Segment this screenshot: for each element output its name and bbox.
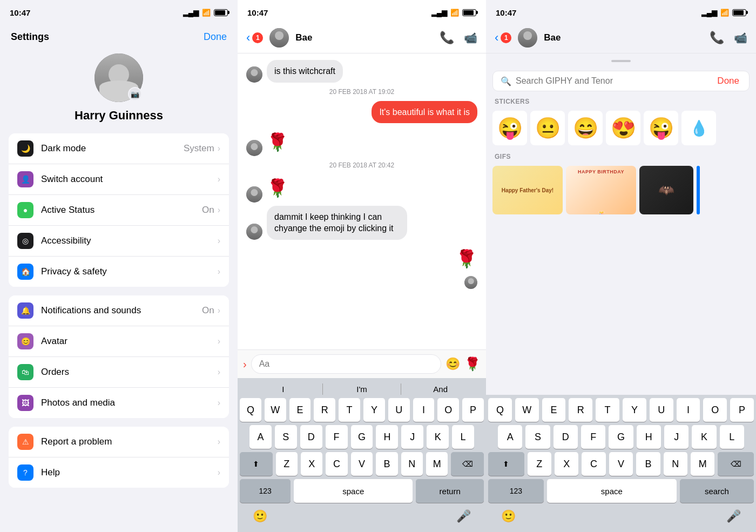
key-shift[interactable]: ⬆ (240, 452, 273, 476)
mic-icon[interactable]: 🎤 (456, 509, 471, 523)
giphy-key-r[interactable]: R (569, 398, 592, 422)
giphy-key-l[interactable]: L (720, 425, 744, 449)
giphy-mic-icon[interactable]: 🎤 (726, 509, 741, 523)
settings-item-active-status[interactable]: ● Active Status On › (9, 195, 229, 226)
message-input[interactable] (251, 354, 441, 374)
giphy-key-123[interactable]: 123 (488, 479, 544, 503)
key-e[interactable]: E (289, 398, 311, 422)
phone-icon[interactable]: 📞 (440, 31, 454, 45)
gif-thumb-2[interactable]: HAPPY BIRTHDAY 🎂 50 (566, 166, 636, 214)
giphy-key-b[interactable]: B (636, 452, 660, 476)
giphy-key-j[interactable]: J (664, 425, 688, 449)
settings-item-photos-media[interactable]: 🖼 Photos and media › (9, 388, 229, 418)
key-d[interactable]: D (300, 425, 322, 449)
settings-item-orders[interactable]: 🛍 Orders › (9, 357, 229, 388)
settings-item-privacy-safety[interactable]: 🏠 Privacy & safety › (9, 257, 229, 287)
key-u[interactable]: U (388, 398, 410, 422)
giphy-key-h[interactable]: H (637, 425, 661, 449)
avatar-container[interactable]: 📷 (94, 53, 143, 102)
giphy-key-k[interactable]: K (692, 425, 716, 449)
giphy-key-t[interactable]: T (596, 398, 619, 422)
gif-thumb-3[interactable]: 🦇 (639, 166, 693, 214)
settings-item-notifications[interactable]: 🔔 Notifications and sounds On › (9, 295, 229, 326)
key-space[interactable]: space (294, 479, 413, 503)
emoji-keyboard-icon[interactable]: 🙂 (253, 509, 267, 523)
giphy-key-a[interactable]: A (498, 425, 522, 449)
key-l[interactable]: L (452, 425, 474, 449)
key-t[interactable]: T (339, 398, 360, 422)
settings-item-dark-mode[interactable]: 🌙 Dark mode System › (9, 133, 229, 164)
key-123[interactable]: 123 (240, 479, 291, 503)
giphy-key-o[interactable]: O (703, 398, 727, 422)
settings-item-avatar[interactable]: 😊 Avatar › (9, 326, 229, 357)
giphy-key-n[interactable]: N (664, 452, 687, 476)
giphy-key-m[interactable]: M (691, 452, 714, 476)
giphy-key-search[interactable]: search (680, 479, 754, 503)
key-n[interactable]: N (401, 452, 423, 476)
autocomplete-word-1[interactable]: I (244, 383, 323, 395)
settings-item-help[interactable]: ? Help › (9, 457, 229, 488)
giphy-key-c[interactable]: C (582, 452, 605, 476)
camera-badge[interactable]: 📷 (128, 87, 142, 101)
giphy-key-u[interactable]: U (650, 398, 673, 422)
autocomplete-word-2[interactable]: I'm (323, 383, 402, 395)
key-y[interactable]: Y (363, 398, 385, 422)
key-return[interactable]: return (416, 479, 484, 503)
done-button[interactable]: Done (204, 31, 227, 43)
giphy-key-s[interactable]: S (525, 425, 550, 449)
key-i[interactable]: I (413, 398, 435, 422)
giphy-key-i[interactable]: I (677, 398, 700, 422)
key-backspace[interactable]: ⌫ (451, 452, 484, 476)
sticker-2[interactable]: 😐 (530, 111, 565, 145)
giphy-key-z[interactable]: Z (528, 452, 551, 476)
giphy-back-button[interactable]: ‹ (495, 31, 498, 45)
giphy-key-x[interactable]: X (555, 452, 578, 476)
key-g[interactable]: G (351, 425, 373, 449)
sticker-6[interactable]: 💧 (681, 111, 716, 145)
key-v[interactable]: V (351, 452, 373, 476)
key-j[interactable]: J (401, 425, 423, 449)
settings-item-switch-account[interactable]: 👤 Switch account › (9, 164, 229, 195)
giphy-key-v[interactable]: V (609, 452, 633, 476)
giphy-key-shift[interactable]: ⬆ (488, 452, 524, 476)
emoji-picker-button[interactable]: 😊 (446, 357, 460, 371)
settings-item-accessibility[interactable]: ◎ Accessibility › (9, 226, 229, 257)
key-x[interactable]: X (301, 452, 322, 476)
key-p[interactable]: P (462, 398, 484, 422)
giphy-key-f[interactable]: F (581, 425, 605, 449)
key-w[interactable]: W (265, 398, 286, 422)
video-icon[interactable]: 📹 (464, 31, 477, 44)
key-b[interactable]: B (376, 452, 397, 476)
autocomplete-word-3[interactable]: And (401, 383, 480, 395)
key-f[interactable]: F (326, 425, 348, 449)
key-z[interactable]: Z (276, 452, 298, 476)
sticker-5[interactable]: 😜 (644, 111, 678, 145)
giphy-key-backspace[interactable]: ⌫ (718, 452, 754, 476)
giphy-phone-icon[interactable]: 📞 (710, 31, 724, 45)
sticker-3[interactable]: 😄 (568, 111, 603, 145)
gif-thumb-1[interactable]: Happy Father's Day! (492, 166, 563, 214)
key-o[interactable]: O (437, 398, 459, 422)
key-a[interactable]: A (249, 425, 272, 449)
key-q[interactable]: Q (240, 398, 261, 422)
giphy-key-g[interactable]: G (609, 425, 633, 449)
giphy-key-p[interactable]: P (730, 398, 754, 422)
giphy-key-d[interactable]: D (554, 425, 578, 449)
giphy-key-e[interactable]: E (542, 398, 566, 422)
giphy-video-icon[interactable]: 📹 (734, 31, 747, 44)
expand-button[interactable]: › (243, 358, 247, 371)
giphy-key-q[interactable]: Q (488, 398, 512, 422)
key-s[interactable]: S (275, 425, 297, 449)
key-m[interactable]: M (426, 452, 448, 476)
key-r[interactable]: R (314, 398, 335, 422)
key-k[interactable]: K (427, 425, 449, 449)
giphy-key-w[interactable]: W (515, 398, 539, 422)
giphy-done-button[interactable]: Done (717, 76, 739, 86)
settings-item-report-problem[interactable]: ⚠ Report a problem › (9, 427, 229, 457)
rose-button[interactable]: 🌹 (464, 356, 481, 372)
giphy-search-input[interactable] (516, 76, 713, 86)
key-c[interactable]: C (326, 452, 347, 476)
giphy-key-y[interactable]: Y (623, 398, 646, 422)
giphy-emoji-keyboard-icon[interactable]: 🙂 (501, 509, 516, 523)
back-button[interactable]: ‹ (246, 31, 250, 45)
